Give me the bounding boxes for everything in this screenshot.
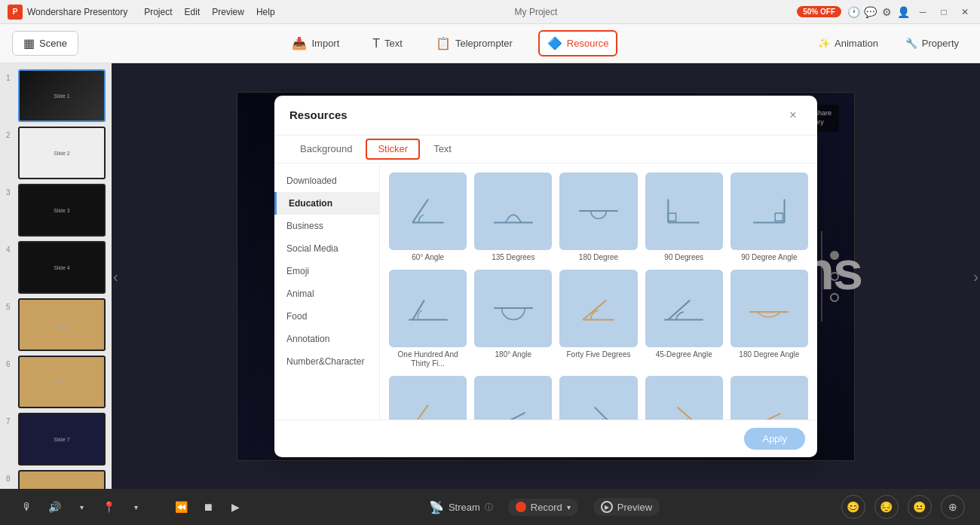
promo-badge[interactable]: 50% OFF [797,6,841,17]
sticker-item[interactable]: 135 Degrees [474,172,552,262]
minimize-button[interactable]: ─ [915,5,930,20]
import-button[interactable]: 📥 Import [284,32,347,55]
slide-item[interactable]: 2 Slide 2 [6,127,106,179]
sticker-item[interactable]: 135 Degree Angle [559,376,637,420]
slide-item[interactable]: 4 Slide 4 [6,241,106,294]
resource-button[interactable]: 🔷 Resource [538,30,618,56]
text-button[interactable]: T Text [365,32,410,55]
menu-project[interactable]: Project [144,7,172,17]
settings-icon[interactable]: ⚙ [880,6,893,18]
action-button-4[interactable]: ⊕ [941,495,965,519]
sad-face-button[interactable]: 😔 [874,495,899,519]
user-icon[interactable]: 👤 [897,6,909,18]
sticker-item[interactable]: 45-Degree Angle [645,270,723,368]
volume-button[interactable]: 🔊 [42,495,66,519]
sticker-thumbnail[interactable] [645,172,723,250]
slide-item[interactable]: 5 Slide 5 [6,298,106,351]
slide-item[interactable]: 3 Slide 3 [6,184,106,237]
slide-item[interactable]: 7 Slide 7 [6,413,106,465]
sticker-item[interactable]: 180° Angle [474,270,552,368]
titlebar: P Wondershare Presentory Project Edit Pr… [0,0,980,24]
close-button[interactable]: ✕ [957,5,972,20]
location-button[interactable]: 📍 [96,495,121,519]
sticker-item[interactable]: 180 Degree [559,172,637,262]
slide-thumbnail[interactable]: Slide 5 [18,298,106,351]
sticker-item[interactable]: 30° Angle [730,376,808,420]
record-caret[interactable]: ▾ [567,503,571,511]
media-button-2[interactable]: ⏹ [196,495,220,519]
category-animal[interactable]: Animal [274,282,379,305]
category-food[interactable]: Food [274,305,379,328]
sticker-item[interactable]: 135° Angle [645,376,723,420]
sticker-grid: 60° Angle 135 Degrees [389,172,808,420]
sticker-thumbnail[interactable] [389,270,467,347]
category-number-character[interactable]: Number&Character [274,350,379,373]
maximize-button[interactable]: □ [936,5,951,20]
sticker-thumbnail[interactable] [389,376,467,420]
menu-help[interactable]: Help [256,7,275,17]
sticker-item[interactable]: 60° Angle [389,172,467,262]
menu-edit[interactable]: Edit [185,7,201,17]
dialog-close-button[interactable]: × [784,106,802,124]
slide-thumbnail[interactable]: Slide 1 [18,69,106,122]
sticker-item[interactable]: 90 Degrees [645,172,723,262]
slide-item[interactable]: 8 Slide 8 [6,470,106,489]
tab-background[interactable]: Background [289,136,363,163]
sticker-item[interactable]: One Hundred And Thirty Fi... [389,270,467,368]
category-education[interactable]: Education [274,192,379,215]
system-icons: 🕐 💬 ⚙ 👤 [847,6,909,18]
sticker-thumbnail[interactable] [474,172,552,250]
mic-button[interactable]: 🎙 [15,495,39,519]
sticker-thumbnail[interactable] [474,376,552,420]
slide-thumbnail[interactable]: Slide 3 [18,184,106,237]
teleprompter-button[interactable]: 📋 Teleprompter [428,32,520,55]
slide-item[interactable]: 1 Slide 1 [6,69,106,122]
location-caret[interactable]: ▾ [124,495,148,519]
media-button-3[interactable]: ▶ [223,495,247,519]
sticker-item[interactable]: 60 Degree Angle [389,376,467,420]
slide-item[interactable]: 6 Slide 6 [6,356,106,408]
property-button[interactable]: 🔧 Property [896,33,968,53]
tab-sticker[interactable]: Sticker [366,139,420,160]
media-button-1[interactable]: ⏪ [169,495,193,519]
category-business[interactable]: Business [274,215,379,237]
apply-button[interactable]: Apply [744,428,805,450]
preview-button[interactable]: ▶ Preview [593,498,660,516]
clock-icon[interactable]: 🕐 [847,6,859,18]
sticker-thumbnail[interactable] [389,172,467,250]
sticker-thumbnail[interactable] [559,376,637,420]
sticker-item[interactable]: 90 Degree Angle [730,172,808,262]
stream-button[interactable]: 📡 Stream ⓘ [429,500,493,514]
record-button[interactable]: Record ▾ [508,499,578,516]
message-icon[interactable]: 💬 [864,6,876,18]
slide-thumbnail[interactable]: Slide 6 [18,356,106,408]
category-downloaded[interactable]: Downloaded [274,169,379,192]
sticker-item[interactable]: 180 Degree Angle [730,270,808,368]
volume-caret[interactable]: ▾ [69,495,93,519]
slide-thumbnail[interactable]: Slide 2 [18,127,106,179]
animation-button[interactable]: ✨ Animation [809,33,887,53]
slide-thumbnail[interactable]: Slide 8 [18,470,106,489]
menu-preview[interactable]: Preview [212,7,244,17]
sticker-thumbnail[interactable] [730,172,808,250]
sticker-item[interactable]: Forty Five Degrees [559,270,637,368]
category-annotation[interactable]: Annotation [274,328,379,350]
sticker-thumbnail[interactable] [474,270,552,347]
sticker-thumbnail[interactable] [559,172,637,250]
scene-button[interactable]: ▦ Scene [12,31,78,56]
sticker-thumbnail[interactable] [730,376,808,420]
slide-thumbnail[interactable]: Slide 4 [18,241,106,294]
sticker-item[interactable]: 30 Degree Angle [474,376,552,420]
category-emoji[interactable]: Emoji [274,260,379,282]
svg-line-11 [412,301,424,320]
add-face-button[interactable]: 😊 [841,495,865,519]
sticker-thumbnail[interactable] [645,376,723,420]
neutral-face-button[interactable]: 😐 [908,495,932,519]
category-social-media[interactable]: Social Media [274,237,379,260]
sticker-thumbnail[interactable] [559,270,637,347]
sticker-thumbnail[interactable] [645,270,723,347]
svg-line-1 [412,200,428,223]
slide-thumbnail[interactable]: Slide 7 [18,413,106,465]
sticker-thumbnail[interactable] [730,270,808,347]
tab-text[interactable]: Text [423,136,462,163]
